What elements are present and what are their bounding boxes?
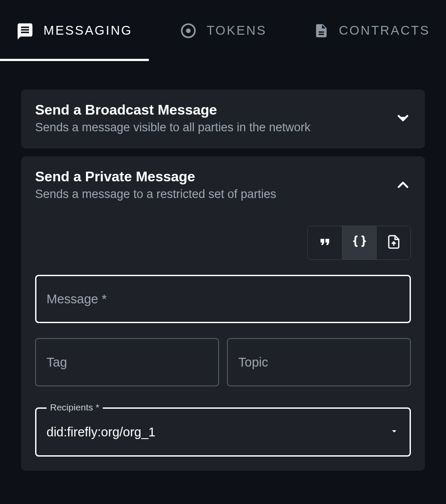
svg-rect-6 <box>319 33 324 35</box>
tab-label: MESSAGING <box>43 23 133 38</box>
card-private: Send a Private Message Sends a message t… <box>21 156 425 471</box>
accordion-header-private[interactable]: Send a Private Message Sends a message t… <box>35 169 411 201</box>
recipients-select[interactable] <box>35 407 411 457</box>
format-file-button[interactable] <box>376 226 410 259</box>
accordion-header-broadcast[interactable]: Send a Broadcast Message Sends a message… <box>35 102 411 134</box>
svg-rect-1 <box>21 29 29 30</box>
chevron-down-icon <box>395 110 411 126</box>
card-broadcast: Send a Broadcast Message Sends a message… <box>21 90 425 148</box>
message-icon <box>16 22 34 40</box>
format-toggle-group <box>35 226 411 260</box>
card-subtitle: Sends a message visible to all parties i… <box>35 121 395 134</box>
tab-tokens[interactable]: TOKENS <box>149 0 298 61</box>
recipients-field-wrap: Recipients * did:firefly:org/org_1 <box>35 407 411 457</box>
svg-rect-5 <box>319 31 324 32</box>
svg-rect-0 <box>21 26 29 28</box>
tab-messaging[interactable]: MESSAGING <box>0 0 149 61</box>
token-icon <box>180 22 197 40</box>
svg-point-4 <box>186 28 191 33</box>
svg-rect-2 <box>21 32 29 33</box>
card-title: Send a Private Message <box>35 169 395 185</box>
contract-icon <box>313 23 329 39</box>
message-input[interactable] <box>35 275 411 323</box>
format-json-button[interactable] <box>342 226 376 259</box>
tag-field-wrap: Tag <box>35 338 219 386</box>
card-title: Send a Broadcast Message <box>35 102 395 118</box>
topic-field-wrap: Topic <box>227 338 411 386</box>
tab-label: TOKENS <box>207 23 267 38</box>
card-subtitle: Sends a message to a restricted set of p… <box>35 187 395 201</box>
tab-bar: MESSAGING TOKENS CONTRACTS <box>0 0 446 61</box>
format-quote-button[interactable] <box>308 226 342 259</box>
tag-input[interactable] <box>35 338 219 386</box>
tab-contracts[interactable]: CONTRACTS <box>297 0 446 61</box>
topic-input[interactable] <box>227 338 411 386</box>
tab-label: CONTRACTS <box>339 23 430 38</box>
file-upload-icon <box>386 234 401 251</box>
content-area: Send a Broadcast Message Sends a message… <box>0 61 446 493</box>
quote-icon <box>317 234 332 251</box>
braces-icon <box>351 234 368 252</box>
message-field-wrap: Message * <box>35 275 411 323</box>
chevron-up-icon <box>395 177 411 193</box>
